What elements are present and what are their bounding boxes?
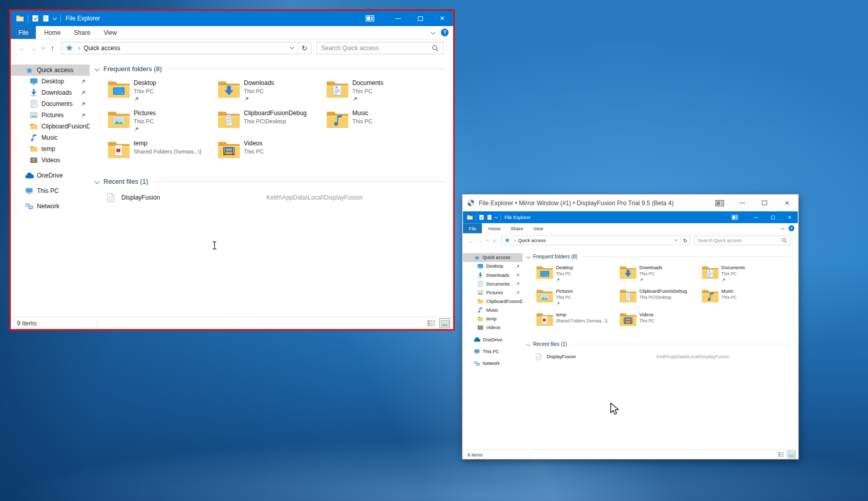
folder-tile-videos[interactable]: VideosThis PC <box>217 139 326 164</box>
tab-home[interactable]: Home <box>37 26 67 39</box>
folder-tile-music[interactable]: MusicThis PC <box>701 288 790 307</box>
customize-toolbar-chevron-icon[interactable] <box>53 18 57 19</box>
address-bar[interactable]: › Quick access ↻ <box>501 235 690 245</box>
mirror-window[interactable]: File Explorer • Mirror Window (#1) • Dis… <box>462 194 799 460</box>
forward-button[interactable]: → <box>28 45 39 52</box>
address-dropdown-icon[interactable] <box>286 47 298 49</box>
folder-tile-pictures[interactable]: PicturesThis PC <box>107 109 217 134</box>
details-view-button[interactable] <box>426 318 437 328</box>
new-folder-button[interactable] <box>43 15 49 22</box>
collapse-section-chevron-icon[interactable] <box>95 178 99 185</box>
recent-locations-chevron-icon[interactable] <box>484 239 490 241</box>
folder-tile-music[interactable]: MusicThis PC <box>326 109 443 134</box>
address-bar[interactable]: › Quick access ↻ <box>61 42 311 54</box>
sidebar-item-music[interactable]: Music <box>11 132 90 143</box>
sidebar-item-downloads[interactable]: Downloads <box>463 271 523 279</box>
section-frequent-folders[interactable]: Frequent folders (8) <box>94 63 453 74</box>
sidebar-item-documents[interactable]: Documents <box>463 279 523 288</box>
address-dropdown-icon[interactable] <box>671 239 680 241</box>
refresh-button[interactable]: ↻ <box>298 42 311 54</box>
recent-file-row[interactable]: DisplayFusion Keith\AppData\Local\Displa… <box>107 191 453 204</box>
up-button[interactable]: ↑ <box>490 237 499 243</box>
tab-share[interactable]: Share <box>506 223 528 233</box>
maximize-button[interactable] <box>765 211 781 223</box>
folder-tile-documents[interactable]: DocumentsThis PC <box>326 79 443 103</box>
up-button[interactable]: ↑ <box>46 45 59 52</box>
mirror-maximize-button[interactable] <box>753 194 776 211</box>
section-recent-files[interactable]: Recent files (1) <box>94 176 453 186</box>
sidebar-item-this-pc[interactable]: This PC <box>463 347 523 356</box>
mirror-minimize-button[interactable] <box>731 194 753 211</box>
folder-tile-documents[interactable]: DocumentsThis PC <box>701 264 790 283</box>
sidebar-item-desktop[interactable]: Desktop <box>463 262 523 271</box>
sidebar-item-clipboardfusiondel[interactable]: ClipboardFusionDel <box>463 297 523 306</box>
folder-tile-videos[interactable]: VideosThis PC <box>619 311 701 330</box>
minimize-button[interactable] <box>748 211 765 223</box>
folder-tile-temp[interactable]: tempShared Folders (\\vmwa...\) <box>107 139 217 164</box>
properties-button[interactable] <box>479 214 484 220</box>
tab-file[interactable]: File <box>463 223 482 233</box>
folder-tile-temp[interactable]: tempShared Folders (\\vmwa...\) <box>536 311 619 330</box>
section-frequent-folders[interactable]: Frequent folders (8) <box>526 252 798 260</box>
recent-locations-chevron-icon[interactable] <box>39 47 46 49</box>
thumbnail-view-button[interactable] <box>788 451 796 459</box>
sidebar-item-desktop[interactable]: Desktop <box>11 76 90 87</box>
sidebar-item-network[interactable]: Network <box>463 359 523 368</box>
sidebar-item-music[interactable]: Music <box>463 306 523 314</box>
minimize-button[interactable] <box>387 11 409 26</box>
sidebar-item-quick-access[interactable]: Quick access <box>463 253 523 262</box>
refresh-button[interactable]: ↻ <box>680 236 690 245</box>
tab-share[interactable]: Share <box>67 26 97 39</box>
explorer-titlebar[interactable]: File Explorer ✕ <box>463 211 798 223</box>
mirror-monitor-button[interactable] <box>708 194 731 211</box>
tab-view[interactable]: View <box>528 223 548 233</box>
help-button[interactable]: ? <box>789 225 794 231</box>
collapse-section-chevron-icon[interactable] <box>527 253 530 259</box>
sidebar-item-quick-access[interactable]: Quick access <box>11 64 90 76</box>
details-view-button[interactable] <box>777 451 786 459</box>
properties-button[interactable] <box>32 15 39 22</box>
expand-ribbon-chevron-icon[interactable] <box>431 32 435 34</box>
sidebar-item-pictures[interactable]: Pictures <box>11 110 90 121</box>
recent-file-row[interactable]: DisplayFusion Keith\AppData\Local\Displa… <box>536 352 798 362</box>
displayfusion-titlebar-button[interactable] <box>727 211 742 223</box>
mirror-titlebar[interactable]: File Explorer • Mirror Window (#1) • Dis… <box>462 194 798 211</box>
expand-ribbon-chevron-icon[interactable] <box>781 228 784 229</box>
close-button[interactable]: ✕ <box>431 11 453 26</box>
folder-tile-desktop[interactable]: DesktopThis PC <box>536 264 619 283</box>
tab-home[interactable]: Home <box>483 223 506 233</box>
back-button[interactable]: ← <box>16 45 28 52</box>
thumbnail-view-button[interactable] <box>439 318 450 328</box>
sidebar-item-onedrive[interactable]: OneDrive <box>11 170 90 181</box>
sidebar-item-temp[interactable]: temp <box>463 315 523 323</box>
search-icon[interactable] <box>432 45 439 52</box>
folder-tile-clipboardfusiondebug[interactable]: ClipboardFusionDebugThis PC\Desktop <box>217 109 326 134</box>
section-recent-files[interactable]: Recent files (1) <box>526 340 798 348</box>
search-icon[interactable] <box>781 237 787 243</box>
close-button[interactable]: ✕ <box>781 211 798 223</box>
breadcrumb-location[interactable]: Quick access <box>518 237 671 243</box>
search-box[interactable]: Search Quick access <box>694 235 791 245</box>
sidebar-item-pictures[interactable]: Pictures <box>463 288 523 297</box>
tab-view[interactable]: View <box>97 26 123 39</box>
forward-button[interactable]: → <box>476 237 484 243</box>
sidebar-item-this-pc[interactable]: This PC <box>11 185 90 197</box>
folder-tile-pictures[interactable]: PicturesThis PC <box>536 288 619 307</box>
folder-tile-desktop[interactable]: DesktopThis PC <box>107 79 217 103</box>
sidebar-item-network[interactable]: Network <box>11 201 90 212</box>
sidebar-item-temp[interactable]: temp <box>11 143 90 155</box>
displayfusion-titlebar-button[interactable] <box>359 11 380 26</box>
sidebar-item-clipboardfusiondel[interactable]: ClipboardFusionDel <box>11 121 90 132</box>
breadcrumb-location[interactable]: Quick access <box>83 45 286 52</box>
maximize-button[interactable] <box>409 11 431 26</box>
sidebar-item-videos[interactable]: Videos <box>463 323 523 332</box>
tab-file[interactable]: File <box>11 26 36 39</box>
new-folder-button[interactable] <box>487 214 492 220</box>
back-button[interactable]: ← <box>467 237 476 243</box>
search-box[interactable]: Search Quick access <box>316 42 443 54</box>
collapse-section-chevron-icon[interactable] <box>95 65 99 72</box>
collapse-section-chevron-icon[interactable] <box>527 341 530 347</box>
folder-tile-clipboardfusiondebug[interactable]: ClipboardFusionDebugThis PC\Desktop <box>619 288 701 307</box>
sidebar-item-documents[interactable]: Documents <box>11 98 90 110</box>
folder-tile-downloads[interactable]: DownloadsThis PC <box>619 264 701 283</box>
